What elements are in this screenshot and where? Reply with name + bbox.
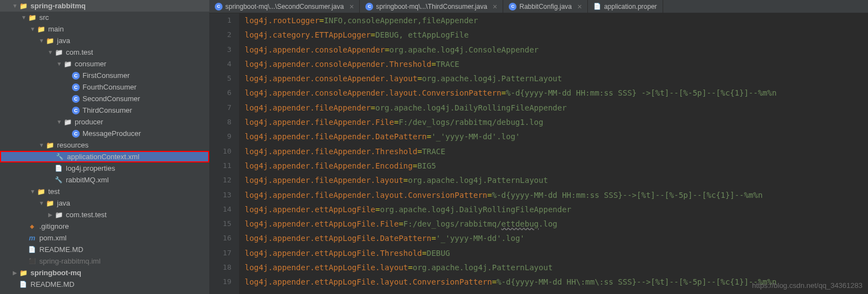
md-icon (28, 245, 37, 254)
code-line[interactable]: log4j.appender.fileAppender.Threshold=TR… (245, 144, 868, 159)
tree-item-fourthconsumer[interactable]: FourthConsumer (0, 81, 209, 93)
tree-item-src[interactable]: src (0, 12, 209, 23)
java-file-icon (215, 3, 223, 11)
code-line[interactable]: log4j.appender.ettAppLogFile.Threshold=D… (245, 246, 868, 260)
project-tree-sidebar[interactable]: spring-rabbitmqsrcmainjavacom.testconsum… (0, 0, 209, 294)
tree-item-readme-md[interactable]: README.MD (0, 244, 209, 255)
tree-item-log4j-properties[interactable]: log4j.properties (0, 162, 209, 174)
tree-item-label: README.MD (30, 280, 74, 288)
code-line[interactable]: log4j.rootLogger=INFO,consoleAppender,fi… (245, 13, 868, 28)
line-number: 4 (209, 57, 231, 71)
tree-item-producer[interactable]: producer (0, 116, 209, 128)
tree-arrow-icon[interactable] (12, 270, 18, 276)
tree-item-resources[interactable]: resources (0, 139, 209, 151)
tree-item-label: FourthConsumer (82, 83, 137, 91)
line-number: 5 (209, 71, 231, 86)
tree-arrow-icon[interactable] (21, 14, 27, 20)
tree-item-test[interactable]: test (0, 186, 209, 197)
tree-arrow-icon[interactable] (12, 3, 18, 9)
class-icon (72, 83, 80, 91)
tree-item-label: springboot-mq (30, 269, 81, 277)
line-number: 9 (209, 129, 231, 144)
code-line[interactable]: log4j.appender.ettAppLogFile.layout=org.… (245, 260, 868, 275)
tree-item-springboot-mq[interactable]: springboot-mq (0, 267, 209, 279)
tree-item-label: producer (75, 118, 103, 126)
tree-arrow-icon[interactable] (39, 38, 44, 44)
code-content[interactable]: log4j.rootLogger=INFO,consoleAppender,fi… (239, 13, 868, 294)
tree-item-applicationcontext-xml[interactable]: applicationContext.xml (0, 151, 209, 162)
folder-icon (37, 25, 45, 34)
tree-item-label: README.MD (39, 245, 83, 254)
code-editor[interactable]: 12345678910111213141516171819 log4j.root… (209, 13, 868, 294)
tab-label: springboot-mq\...\ThirdConsumer.java (376, 3, 487, 11)
code-line[interactable]: log4j.appender.ettAppLogFile=org.apache.… (245, 202, 868, 217)
editor-tab[interactable]: springboot-mq\...\ThirdConsumer.java× (360, 0, 503, 13)
tab-label: springboot-mq\...\SecondConsumer.java (225, 3, 344, 11)
code-line[interactable]: log4j.appender.consoleAppender.layout=or… (245, 71, 868, 86)
line-number: 15 (209, 217, 231, 231)
code-line[interactable]: log4j.appender.fileAppender=org.apache.l… (245, 101, 868, 115)
tree-item-messageproducer[interactable]: MessageProducer (0, 128, 209, 139)
tree-item--gitignore[interactable]: .gitignore (0, 221, 209, 232)
code-line[interactable]: log4j.appender.consoleAppender.Threshold… (245, 57, 868, 71)
close-icon[interactable]: × (493, 2, 497, 11)
editor-tab[interactable]: springboot-mq\...\SecondConsumer.java× (209, 0, 360, 13)
folder-icon (28, 13, 37, 22)
tree-arrow-icon[interactable] (48, 49, 53, 55)
line-number: 16 (209, 231, 231, 245)
tree-item-label: pom.xml (39, 234, 66, 242)
tree-arrow-icon[interactable] (39, 200, 44, 206)
line-number-gutter: 12345678910111213141516171819 (209, 13, 239, 294)
java-file-icon (365, 3, 373, 11)
tree-item-firstconsumer[interactable]: FirstConsumer (0, 70, 209, 81)
tree-arrow-icon[interactable] (30, 188, 35, 195)
tree-item-java[interactable]: java (0, 197, 209, 209)
tree-item-pom-xml[interactable]: pom.xml (0, 232, 209, 244)
code-line[interactable]: log4j.appender.consoleAppender=org.apach… (245, 43, 868, 57)
line-number: 6 (209, 86, 231, 100)
tree-arrow-icon[interactable] (48, 212, 53, 218)
tree-item-secondconsumer[interactable]: SecondConsumer (0, 93, 209, 104)
editor-tab[interactable]: RabbitConfig.java× (503, 0, 588, 13)
tree-arrow-icon[interactable] (39, 142, 44, 148)
props-file-icon (593, 3, 601, 11)
tree-item-readme-md[interactable]: README.MD (0, 279, 209, 290)
folder-icon (45, 141, 54, 150)
code-line[interactable]: log4j.appender.fileAppender.Encoding=BIG… (245, 159, 868, 173)
close-icon[interactable]: × (349, 2, 354, 11)
class-icon (72, 107, 80, 114)
code-line[interactable]: log4j.appender.ettAppLogFile.File=F:/dev… (245, 217, 868, 231)
tree-item-label: SecondConsumer (82, 95, 140, 103)
editor-tab[interactable]: application.proper (588, 0, 663, 13)
tree-item-label: java (57, 199, 70, 207)
code-line[interactable]: log4j.appender.ettAppLogFile.DatePattern… (245, 231, 868, 245)
line-number: 8 (209, 115, 231, 129)
line-number: 19 (209, 275, 231, 289)
tree-item-com-test[interactable]: com.test (0, 46, 209, 58)
tree-item-com-test-test[interactable]: com.test.test (0, 209, 209, 221)
code-line[interactable]: log4j.category.ETTAppLogger=DEBUG, ettAp… (245, 28, 868, 42)
code-line[interactable]: log4j.appender.fileAppender.layout.Conve… (245, 188, 868, 202)
tree-item-main[interactable]: main (0, 23, 209, 35)
code-line[interactable]: log4j.appender.consoleAppender.layout.Co… (245, 86, 868, 100)
tree-arrow-icon[interactable] (56, 119, 62, 125)
tree-arrow-icon[interactable] (56, 61, 62, 67)
tree-item-thirdconsumer[interactable]: ThirdConsumer (0, 104, 209, 116)
code-line[interactable]: log4j.appender.fileAppender.DatePattern=… (245, 129, 868, 144)
tree-arrow-icon[interactable] (30, 26, 35, 32)
tree-item-rabbitmq-xml[interactable]: rabbitMQ.xml (0, 174, 209, 186)
tree-item-consumer[interactable]: consumer (0, 58, 209, 70)
tree-item-spring-rabbitmq[interactable]: spring-rabbitmq (0, 0, 209, 12)
tree-item-label: log4j.properties (66, 164, 115, 172)
tree-item-label: src (39, 13, 49, 22)
git-icon (28, 222, 37, 231)
code-line[interactable]: log4j.appender.fileAppender.layout=org.a… (245, 173, 868, 187)
line-number: 7 (209, 101, 231, 115)
tree-item-label: resources (57, 141, 89, 149)
line-number: 12 (209, 173, 231, 187)
watermark-text: https://blog.csdn.net/qq_34361283 (752, 281, 863, 290)
tree-item-java[interactable]: java (0, 35, 209, 46)
tree-item-spring-rabbitmq-iml[interactable]: spring-rabbitmq.iml (0, 255, 209, 267)
close-icon[interactable]: × (577, 2, 582, 11)
code-line[interactable]: log4j.appender.fileAppender.File=F:/dev_… (245, 115, 868, 129)
